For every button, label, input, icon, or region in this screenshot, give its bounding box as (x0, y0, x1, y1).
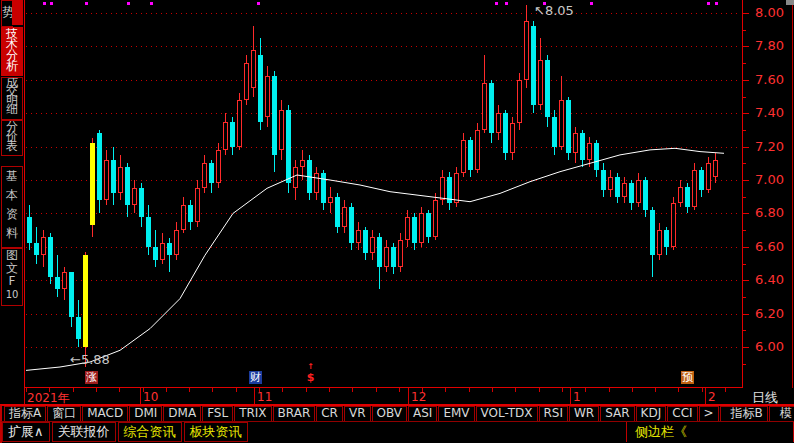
month-separator (705, 388, 706, 404)
high-price-annotation: ↖8.05 (534, 3, 574, 18)
price-axis-label: 6.20 (755, 307, 784, 321)
sidebar-toggle[interactable]: 侧边栏《 (626, 422, 794, 442)
month-label: 11 (257, 390, 272, 404)
month-label: 12 (411, 390, 426, 404)
time-minor-tick (539, 388, 540, 392)
price-tick (742, 280, 749, 281)
indicator-toolbar: 指标A窗口MACDDMIDMAFSLTRIXBRARCRVROBVASIEMVV… (0, 405, 794, 422)
time-minor-tick (329, 388, 330, 392)
month-labels: 2021年10111212 (0, 388, 742, 404)
event-marker-财[interactable]: 财 (249, 371, 262, 384)
indicator-button-窗口[interactable]: 窗口 (47, 406, 81, 422)
time-minor-tick (445, 388, 446, 392)
time-minor-tick (609, 388, 610, 392)
time-minor-tick (73, 388, 74, 392)
time-minor-tick (352, 388, 353, 392)
left-tab-sidebar: 势技术分析成交明细分价表基本资料图文F10 (0, 0, 24, 388)
partial-tab-red-block (12, 0, 23, 25)
indicator-button->[interactable]: > (699, 406, 719, 422)
indicator-button-ASI[interactable]: ASI (408, 406, 437, 422)
bottom-tab-综合资讯[interactable]: 综合资讯 (118, 422, 182, 442)
month-separator (140, 388, 141, 404)
time-minor-tick (282, 388, 283, 392)
indicator-button-VOL-TDX[interactable]: VOL-TDX (476, 406, 538, 422)
price-axis-line (742, 0, 743, 405)
time-minor-tick (306, 388, 307, 392)
top-right-handle[interactable] (786, 0, 794, 5)
bottom-tab-扩展∧[interactable]: 扩展∧ (2, 422, 50, 442)
indicator-button-指标B[interactable]: 指标B (720, 406, 768, 422)
price-tick (742, 180, 749, 181)
price-tick (742, 46, 749, 47)
time-minor-tick (678, 388, 679, 392)
indicator-button-SAR[interactable]: SAR (600, 406, 634, 422)
stock-analysis-window: 势技术分析成交明细分价表基本资料图文F10 8.007.807.607.407.… (0, 0, 794, 443)
price-axis-label: 7.60 (755, 73, 784, 87)
indicator-button-MACD[interactable]: MACD (82, 406, 128, 422)
price-tick (742, 213, 749, 214)
indicator-button-TRIX[interactable]: TRIX (234, 406, 271, 422)
price-tick (742, 314, 749, 315)
month-label: 10 (143, 390, 158, 404)
price-tick (742, 247, 749, 248)
time-minor-tick (236, 388, 237, 392)
price-axis-label: 7.00 (755, 173, 784, 187)
indicator-button-CR[interactable]: CR (316, 406, 343, 422)
time-minor-tick (189, 388, 190, 392)
time-minor-tick (96, 388, 97, 392)
time-minor-tick (655, 388, 656, 392)
month-separator (408, 388, 409, 404)
time-minor-tick (376, 388, 377, 392)
kline-chart-region: 势技术分析成交明细分价表基本资料图文F10 8.007.807.607.407.… (0, 0, 794, 388)
time-minor-tick (702, 388, 703, 392)
candlestick-chart (0, 0, 742, 388)
time-minor-tick (119, 388, 120, 392)
time-axis: 2021年10111212 日线 (0, 388, 794, 405)
price-tick (742, 147, 749, 148)
indicator-button-VR[interactable]: VR (344, 406, 371, 422)
price-axis-label: 6.00 (755, 340, 784, 354)
event-marker-预[interactable]: 预 (681, 371, 694, 384)
indicator-button-模 板[interactable]: 模 板 (769, 406, 794, 422)
price-axis-label: 6.40 (755, 273, 784, 287)
time-minor-tick (166, 388, 167, 392)
indicator-button-BRAR[interactable]: BRAR (273, 406, 316, 422)
bottom-tab-关联报价[interactable]: 关联报价 (52, 422, 116, 442)
time-minor-tick (725, 388, 726, 392)
sidebar-tab-基本资料[interactable]: 基本资料 (1, 166, 23, 248)
time-minor-tick (585, 388, 586, 392)
indicator-button-CCI[interactable]: CCI (667, 406, 697, 422)
month-label: 1 (573, 390, 581, 404)
indicator-button-WR[interactable]: WR (569, 406, 599, 422)
price-tick (742, 347, 749, 348)
price-tick (742, 113, 749, 114)
indicator-button-OBV[interactable]: OBV (372, 406, 408, 422)
indicator-button-DMI[interactable]: DMI (129, 406, 162, 422)
window-right-border (792, 0, 793, 405)
price-tick (742, 80, 749, 81)
price-axis-label: 6.60 (755, 240, 784, 254)
sidebar-tab-成交明细[interactable]: 成交明细 (1, 77, 23, 120)
month-label: 2 (708, 390, 716, 404)
time-minor-tick (632, 388, 633, 392)
event-marker-$[interactable]: ↑$ (304, 371, 317, 384)
sidebar-tab-分价表[interactable]: 分价表 (1, 120, 23, 156)
price-axis-label: 8.00 (755, 6, 784, 20)
indicator-button-KDJ[interactable]: KDJ (636, 406, 667, 422)
price-axis-label: 7.20 (755, 140, 784, 154)
event-marker-涨[interactable]: 涨 (85, 371, 98, 384)
indicator-button-RSI[interactable]: RSI (539, 406, 569, 422)
time-minor-tick (515, 388, 516, 392)
bottom-tab-板块资讯[interactable]: 板块资讯 (184, 422, 248, 442)
sidebar-tab-图文F10[interactable]: 图文F10 (1, 248, 23, 306)
price-axis-label: 6.80 (755, 206, 784, 220)
price-axis: 8.007.807.607.407.207.006.806.606.406.20… (742, 0, 794, 388)
time-minor-tick (492, 388, 493, 392)
price-axis-label: 7.80 (755, 39, 784, 53)
month-separator (570, 388, 571, 404)
indicator-button-指标A[interactable]: 指标A (4, 406, 46, 422)
indicator-button-FSL[interactable]: FSL (202, 406, 233, 422)
indicator-button-EMV[interactable]: EMV (438, 406, 474, 422)
indicator-button-DMA[interactable]: DMA (163, 406, 201, 422)
sidebar-tab-技术分析[interactable]: 技术分析 (1, 27, 23, 76)
